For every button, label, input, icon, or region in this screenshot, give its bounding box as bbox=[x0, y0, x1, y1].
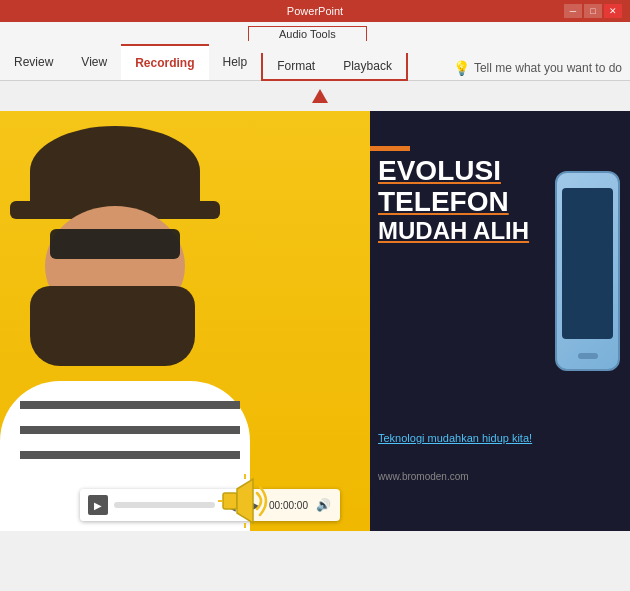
app-title: PowerPoint bbox=[287, 5, 343, 17]
audio-icon-area[interactable] bbox=[215, 471, 275, 531]
shirt-stripe-2 bbox=[20, 426, 240, 434]
close-button[interactable]: ✕ bbox=[604, 4, 622, 18]
phone-body bbox=[555, 171, 620, 371]
minimize-button[interactable]: ─ bbox=[564, 4, 582, 18]
shirt-stripe-3 bbox=[20, 451, 240, 459]
progress-track[interactable] bbox=[114, 502, 215, 508]
audio-speaker-icon bbox=[215, 471, 275, 531]
title-line-1: EVOLUSI bbox=[378, 156, 529, 187]
shirt-stripe-1 bbox=[20, 401, 240, 409]
tab-row: Review View Recording Help Format Playba… bbox=[0, 44, 630, 80]
title-bar: PowerPoint ─ □ ✕ bbox=[0, 0, 630, 22]
tab-help[interactable]: Help bbox=[209, 44, 262, 80]
tell-me-text[interactable]: Tell me what you want to do bbox=[474, 61, 622, 75]
phone-graphic bbox=[555, 171, 630, 391]
slide-area: ▶ ◀ ▶ 00:00:00 🔊 EVOLUSI TELEFON MUDAH A… bbox=[0, 111, 630, 531]
context-tab-group: Format Playback bbox=[261, 53, 408, 81]
play-button[interactable]: ▶ bbox=[88, 495, 108, 515]
context-label-row: Audio Tools bbox=[0, 22, 630, 44]
svg-marker-1 bbox=[237, 479, 253, 523]
tab-view[interactable]: View bbox=[67, 44, 121, 80]
lightbulb-icon: 💡 bbox=[453, 60, 470, 76]
tab-format[interactable]: Format bbox=[263, 53, 329, 79]
slide-left-panel: ▶ ◀ ▶ 00:00:00 🔊 bbox=[0, 111, 370, 531]
orange-accent-bar bbox=[370, 146, 410, 151]
phone-screen bbox=[562, 188, 613, 339]
svg-rect-0 bbox=[223, 493, 237, 509]
tab-recording[interactable]: Recording bbox=[121, 44, 208, 80]
beard bbox=[30, 286, 195, 366]
maximize-button[interactable]: □ bbox=[584, 4, 602, 18]
playback-controls-bar: ▶ ◀ ▶ 00:00:00 🔊 bbox=[80, 489, 340, 521]
phone-speaker bbox=[578, 353, 598, 359]
ribbon: Audio Tools Review View Recording Help F… bbox=[0, 22, 630, 81]
slide-title: EVOLUSI TELEFON MUDAH ALIH bbox=[378, 156, 529, 244]
slide-subtitle: Teknologi mudahkan hidup kita! bbox=[378, 431, 622, 446]
title-line-3: MUDAH ALIH bbox=[378, 218, 529, 244]
sunglasses bbox=[50, 229, 180, 259]
up-arrow-indicator bbox=[312, 89, 328, 103]
arrow-area bbox=[0, 81, 630, 111]
person-background bbox=[0, 111, 370, 531]
title-line-2: TELEFON bbox=[378, 187, 529, 218]
audio-tools-label: Audio Tools bbox=[248, 26, 367, 41]
play-icon: ▶ bbox=[94, 500, 102, 511]
slide-right-panel: EVOLUSI TELEFON MUDAH ALIH Teknologi mud… bbox=[370, 111, 630, 531]
volume-button[interactable]: 🔊 bbox=[314, 496, 332, 514]
tab-review[interactable]: Review bbox=[0, 44, 67, 80]
tell-me-area: 💡 Tell me what you want to do bbox=[453, 60, 630, 80]
slide-url: www.bromoden.com bbox=[378, 471, 469, 482]
window-controls: ─ □ ✕ bbox=[564, 4, 622, 18]
tab-playback[interactable]: Playback bbox=[329, 53, 406, 79]
